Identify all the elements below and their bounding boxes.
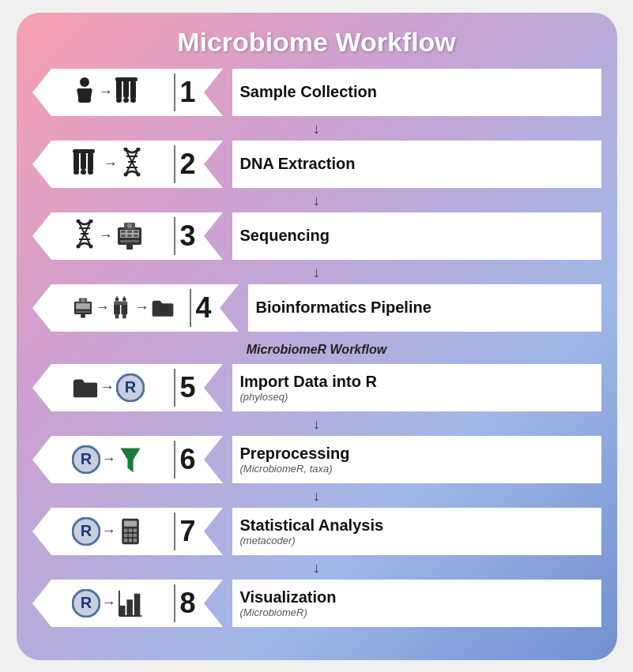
step2-tubes-icon [72, 148, 102, 181]
svg-rect-46 [76, 310, 90, 312]
svg-rect-37 [121, 235, 126, 237]
folder-icon-step5 [72, 374, 99, 401]
svg-rect-11 [73, 151, 79, 171]
step-3-icons: → [51, 220, 174, 253]
connector-3-4 [32, 266, 601, 280]
svg-rect-16 [88, 170, 93, 175]
step-4-number: 4 [190, 289, 220, 327]
svg-rect-14 [81, 170, 86, 175]
step-6-subtitle: (MicrobiomeR, taxa) [240, 463, 593, 475]
chevron-tip-1 [204, 69, 223, 116]
step-7-icons: R → [51, 517, 174, 546]
connector-5-6 [32, 418, 601, 432]
chevron-body-1: → 1 [51, 69, 204, 116]
step3-dna-icon [72, 220, 97, 253]
svg-text:R: R [80, 594, 92, 611]
step-4-info: Bioinformatics Pipeline [248, 284, 601, 332]
bar-chart-icon [118, 589, 145, 618]
chevron-tip-4 [220, 284, 239, 332]
svg-rect-34 [121, 231, 126, 233]
dna-icon [119, 148, 145, 181]
person-icon [72, 76, 97, 109]
arrow-1: → [99, 84, 113, 100]
step-6-number: 6 [174, 441, 204, 479]
step-row-2: → 2 [32, 141, 601, 188]
svg-rect-58 [122, 313, 126, 318]
arrow-7: → [102, 523, 116, 539]
step-4-title: Bioinformatics Pipeline [256, 298, 593, 317]
step-row-4: → → [32, 284, 601, 332]
chevron-body-8: R → 8 [51, 580, 204, 627]
chevron-notch-7 [32, 508, 51, 555]
step-3-number: 3 [174, 217, 204, 255]
step-3-info: Sequencing [232, 212, 601, 260]
step-5-icons: → R [51, 374, 174, 402]
svg-rect-38 [127, 235, 132, 237]
svg-point-30 [76, 244, 80, 248]
connector-6-7 [32, 490, 601, 504]
step-6-icons: R → [51, 445, 174, 474]
svg-rect-80 [126, 599, 133, 616]
svg-rect-72 [128, 533, 132, 537]
svg-rect-17 [73, 149, 95, 153]
step-6-title: Preprocessing [240, 445, 593, 463]
svg-point-42 [127, 223, 132, 228]
pipeline-icon [111, 294, 134, 322]
svg-rect-51 [121, 303, 127, 314]
step-1-icons: → [51, 76, 174, 109]
arrow-5: → [100, 379, 115, 396]
step-5-subtitle: (phyloseq) [240, 391, 593, 403]
chevron-notch-6 [32, 436, 51, 483]
svg-rect-36 [134, 231, 138, 233]
chevron-notch-8 [32, 580, 51, 627]
svg-rect-79 [119, 605, 125, 615]
svg-rect-45 [76, 303, 90, 309]
test-tubes-icon [115, 76, 145, 109]
step-8-icons: R → [51, 589, 174, 618]
svg-text:R: R [124, 378, 136, 396]
svg-point-23 [123, 172, 127, 176]
svg-rect-74 [123, 539, 127, 542]
svg-text:R: R [80, 450, 92, 467]
step-1-info: Sample Collection [232, 69, 601, 116]
step-1-number: 1 [174, 73, 204, 111]
chevron-body-4: → → [51, 284, 220, 332]
svg-point-31 [89, 244, 92, 248]
folder-icon-step4 [151, 296, 175, 320]
calculator-icon [118, 517, 143, 546]
step-5-title: Import Data into R [240, 373, 593, 391]
svg-rect-76 [133, 539, 137, 542]
chevron-tip-6 [204, 436, 223, 483]
svg-rect-73 [133, 533, 137, 537]
step-8-info: Visualization (MicrobiomeR) [232, 580, 601, 627]
step-3-title: Sequencing [240, 227, 593, 245]
step-row-3: → [32, 212, 601, 260]
connector-1-2 [32, 122, 601, 137]
step-4-icons: → → [51, 294, 190, 322]
step-2-number: 2 [174, 145, 204, 183]
svg-rect-39 [134, 235, 138, 237]
arrow-4b: → [135, 299, 149, 316]
chevron-notch-3 [32, 212, 51, 260]
step-2-info: DNA Extraction [232, 141, 601, 188]
step4-seq-icon [72, 294, 94, 322]
svg-rect-71 [123, 533, 127, 537]
svg-rect-9 [130, 98, 136, 103]
svg-rect-75 [128, 539, 132, 542]
chevron-body-2: → 2 [51, 141, 204, 188]
svg-rect-15 [88, 152, 93, 171]
workflow-section: → 1 Sample Collection [32, 69, 601, 629]
step-6-info: Preprocessing (MicrobiomeR, taxa) [232, 436, 601, 483]
step-5-number: 5 [174, 369, 204, 407]
svg-rect-81 [134, 593, 140, 615]
connector-7-8 [32, 561, 601, 576]
step-row-1: → 1 Sample Collection [32, 69, 601, 116]
arrow-4a: → [96, 299, 110, 316]
svg-marker-63 [120, 448, 140, 472]
page-title: Microbiome Workflow [177, 27, 456, 58]
svg-rect-10 [115, 77, 138, 81]
step-row-8: R → 8 Visualization [32, 580, 601, 627]
step-8-number: 8 [174, 584, 204, 622]
arrow-6: → [102, 451, 116, 467]
step-row-7: R → [32, 508, 601, 555]
